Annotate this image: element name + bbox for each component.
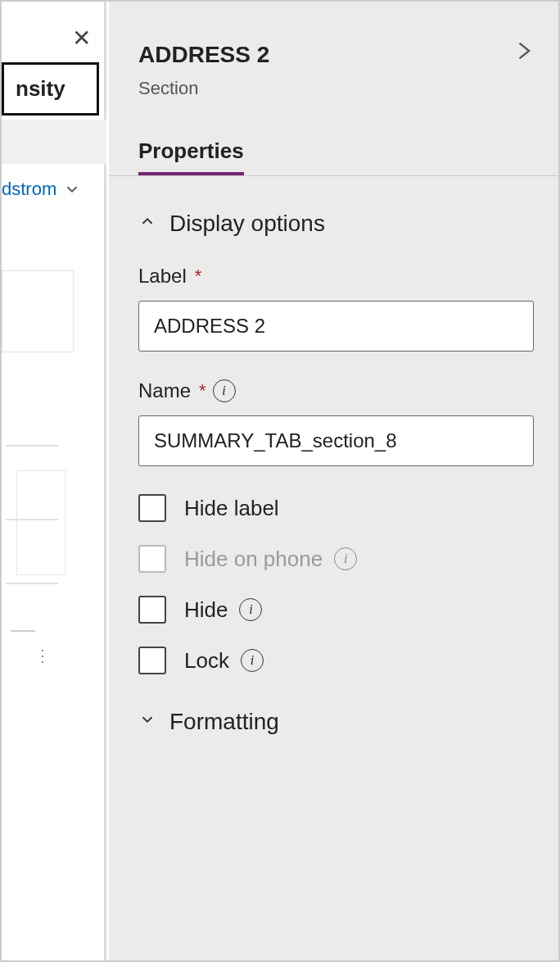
info-icon[interactable]: i [241,649,264,672]
name-input[interactable] [138,415,534,466]
hide-label-text: Hide label [184,496,279,521]
required-indicator: * [195,265,202,287]
info-icon[interactable]: i [334,547,357,570]
chevron-down-icon [138,710,169,733]
display-options-title: Display options [169,211,325,237]
hide-label-checkbox[interactable] [138,494,166,522]
lock-text: Lock [184,648,229,674]
close-icon[interactable]: ✕ [72,25,91,52]
left-pane: ✕ nsity dstrom ⋮ [2,2,106,960]
density-label: nsity [16,76,65,102]
left-divider-stripe [2,120,106,164]
properties-panel: ADDRESS 2 Section Properties Display opt… [109,2,558,960]
name-field-label: Name [138,379,191,402]
label-field-label: Label [138,265,187,288]
formatting-title: Formatting [169,709,279,735]
canvas-placeholder [2,270,74,352]
info-icon[interactable]: i [213,379,236,402]
hide-on-phone-text: Hide on phone [184,547,323,572]
panel-title: ADDRESS 2 [138,42,269,68]
panel-subtitle: Section [138,78,534,99]
hide-label-row: Hide label [138,494,534,522]
density-button[interactable]: nsity [2,62,99,116]
collapse-panel-button[interactable] [511,34,534,75]
name-field: Name * i [138,379,534,466]
hide-text: Hide [184,597,228,623]
hide-checkbox[interactable] [138,596,166,624]
chevron-down-icon [63,180,81,198]
display-options-header[interactable]: Display options [138,211,534,237]
tab-properties[interactable]: Properties [138,138,244,175]
hide-row: Hide i [138,596,534,624]
label-field: Label * [138,265,534,352]
required-indicator: * [199,380,206,402]
lock-checkbox[interactable] [138,647,166,674]
hide-on-phone-checkbox [138,545,166,573]
label-input[interactable] [138,301,534,352]
chevron-right-icon [511,34,534,67]
info-icon[interactable]: i [239,598,262,621]
chevron-up-icon [138,212,169,235]
tabs: Properties [109,138,558,176]
canvas-placeholder [2,387,74,829]
record-link-text: dstrom [2,179,56,200]
canvas-placeholder [16,470,65,575]
more-menu-icon[interactable]: ⋮ [34,646,52,665]
record-link[interactable]: dstrom [2,179,106,200]
formatting-header[interactable]: Formatting [138,709,534,735]
hide-on-phone-row: Hide on phone i [138,545,534,573]
lock-row: Lock i [138,647,534,674]
